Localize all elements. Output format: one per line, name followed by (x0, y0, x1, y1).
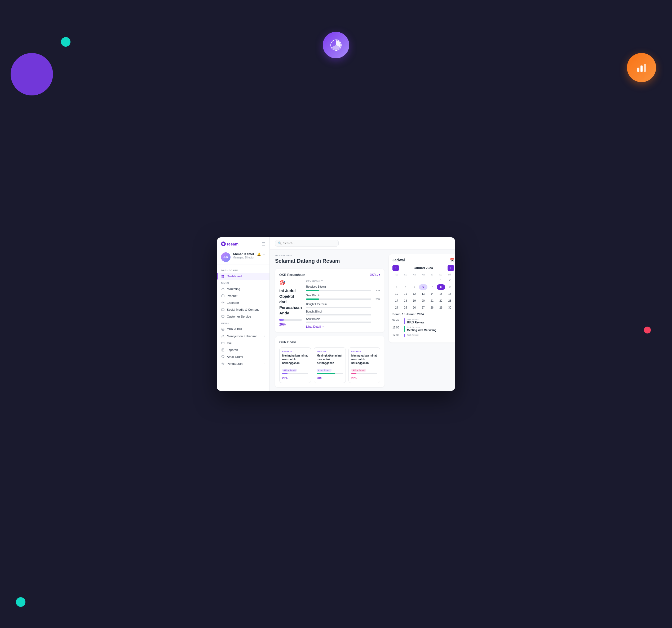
teal-blob-bottom (16, 597, 25, 607)
svg-rect-12 (221, 316, 224, 317)
schedule-item-2: 12:00 Task Bersama Meeting with Marketin… (392, 326, 454, 332)
cal-day-9[interactable]: 9 (446, 284, 454, 290)
lihat-detail-label: Lihat Detail (306, 325, 321, 328)
chevron-down-icon: ▾ (379, 273, 380, 276)
cal-day-17[interactable]: 17 (392, 298, 401, 304)
topbar: 🔍 (270, 237, 455, 250)
cal-day-13[interactable]: 13 (419, 291, 427, 297)
search-input[interactable] (283, 241, 336, 245)
cal-day-30[interactable]: 30 (446, 305, 454, 311)
marketing-icon (221, 287, 225, 291)
svg-rect-9 (221, 295, 224, 297)
teal-blob-top (61, 37, 71, 47)
cal-day-11[interactable]: 11 (401, 291, 409, 297)
cal-day-22[interactable]: 22 (437, 298, 445, 304)
cal-day-empty (419, 277, 427, 283)
prev-month-button[interactable]: ‹ (392, 265, 399, 271)
pengaturan-label: Pengaturan (227, 362, 242, 365)
sidebar-item-marketing[interactable]: Marketing (217, 285, 269, 293)
cal-grid: Se Se Ra Ka Ju Sa Mi (392, 273, 454, 311)
cal-day-18[interactable]: 18 (401, 298, 409, 304)
cal-day-19[interactable]: 19 (410, 298, 418, 304)
svg-rect-1 (637, 68, 640, 72)
sidebar-item-gaji[interactable]: Gaji (217, 340, 269, 347)
product-label: Product (227, 294, 237, 298)
target-icon: 🎯 (279, 280, 302, 286)
kr-item-5: Sent Bitcoin (306, 318, 380, 323)
attendance-icon (221, 334, 225, 338)
sidebar-item-amal[interactable]: Amal Yaumi (217, 353, 269, 360)
cal-day-14[interactable]: 14 (428, 291, 436, 297)
cal-day-21[interactable]: 21 (428, 298, 436, 304)
social-label: Social Media & Content (227, 308, 259, 311)
sidebar-item-dashboard[interactable]: Dashboard (217, 273, 269, 280)
calendar-panel: Jadwal 📅 ‹ Januari 2024 › Se Se Ra K (389, 254, 455, 386)
cal-day-12[interactable]: 12 (410, 291, 418, 297)
cal-day-5[interactable]: 5 (410, 284, 418, 290)
cal-day-7[interactable]: 7 (428, 284, 436, 290)
marketing-label: Marketing (227, 287, 240, 290)
cal-day-25[interactable]: 25 (401, 305, 409, 311)
cal-day-4[interactable]: 4 (401, 284, 409, 290)
okr-objective-title: Ini Judul Objektif dari Perusahaan Anda (279, 288, 302, 316)
cal-day-16[interactable]: 16 (446, 291, 454, 297)
svg-point-14 (222, 329, 223, 330)
sidebar-item-okr[interactable]: OKR & KPI (217, 326, 269, 333)
user-name: Ahmad Kamel (233, 252, 255, 256)
sidebar-item-engineer[interactable]: Engineer (217, 299, 269, 306)
schedule-item-1: 09:30 Task Pribadi UI UX Review (392, 318, 454, 324)
sidebar-item-laporan[interactable]: Laporan (217, 347, 269, 353)
calendar-card: Jadwal 📅 ‹ Januari 2024 › Se Se Ra K (389, 254, 455, 343)
divisi-section-label: DIVISI (217, 280, 269, 285)
sidebar-item-social[interactable]: Social Media & Content (217, 306, 269, 313)
search-box[interactable]: 🔍 (275, 240, 339, 247)
lihat-detail-button[interactable]: Lihat Detail → (306, 325, 380, 328)
cal-day-1[interactable]: 1 (437, 277, 445, 283)
cal-nav: ‹ Januari 2024 › (392, 265, 454, 271)
sidebar-item-customer-service[interactable]: Customer Service (217, 313, 269, 320)
sidebar-item-product[interactable]: Product (217, 293, 269, 299)
pink-blob (644, 327, 651, 333)
cal-day-23[interactable]: 23 (446, 298, 454, 304)
cal-day-29[interactable]: 29 (437, 305, 445, 311)
cal-day-15[interactable]: 15 (437, 291, 445, 297)
page-title: Selamat Datang di Resam (275, 258, 384, 264)
cal-day-24[interactable]: 24 (392, 305, 401, 311)
kr-item-4: Bought Bitcoin (306, 310, 380, 316)
schedule-date: Senin, 15 Januari 2024 (392, 312, 424, 316)
calendar-icon[interactable]: 📅 (450, 258, 454, 262)
breadcrumb: DASHBOARD (275, 254, 384, 257)
laporan-icon (221, 348, 225, 352)
divisi-item-2: PRODUK Meningkatkan minat user untuk ber… (314, 347, 345, 383)
okr-perusahaan-card: OKR Perusahaan OKR 1 ▾ 🎯 Ini Judul Objek… (275, 269, 384, 332)
cal-day-8[interactable]: 8 (437, 284, 445, 290)
cal-day-2[interactable]: 2 (446, 277, 454, 283)
search-icon: 🔍 (278, 241, 282, 245)
customer-service-label: Customer Service (227, 315, 251, 318)
sidebar-item-attendance[interactable]: Manajemen Kehadiran › (217, 333, 269, 340)
amal-icon (221, 355, 225, 359)
amal-label: Amal Yaumi (227, 355, 243, 358)
kr-item-1: Received Bitcoin 20% (306, 285, 380, 292)
schedule-more-icon[interactable]: ⋮ (450, 312, 454, 316)
notification-icon[interactable]: 🔔 (257, 252, 261, 256)
next-month-button[interactable]: › (448, 265, 454, 271)
sidebar-item-pengaturan[interactable]: Pengaturan › (217, 360, 269, 367)
divisi-item-1: PRODUK Meningkatkan minat user untuk ber… (279, 347, 311, 383)
cal-day-26[interactable]: 26 (410, 305, 418, 311)
laporan-label: Laporan (227, 348, 238, 351)
cal-day-10[interactable]: 10 (392, 291, 401, 297)
cal-day-empty (410, 277, 418, 283)
logout-icon[interactable]: → (262, 252, 265, 256)
cal-day-6[interactable]: 6 (419, 284, 427, 290)
cal-day-3[interactable]: 3 (392, 284, 401, 290)
cal-day-20[interactable]: 20 (419, 298, 427, 304)
hamburger-icon[interactable]: ☰ (262, 241, 265, 247)
logo-icon (221, 241, 226, 246)
user-role: Managing Director (233, 256, 255, 259)
customer-icon (221, 315, 225, 318)
cal-day-28[interactable]: 28 (428, 305, 436, 311)
cal-day-27[interactable]: 27 (419, 305, 427, 311)
pie-icon-blob (323, 32, 349, 58)
okr-badge[interactable]: OKR 1 ▾ (370, 273, 380, 276)
